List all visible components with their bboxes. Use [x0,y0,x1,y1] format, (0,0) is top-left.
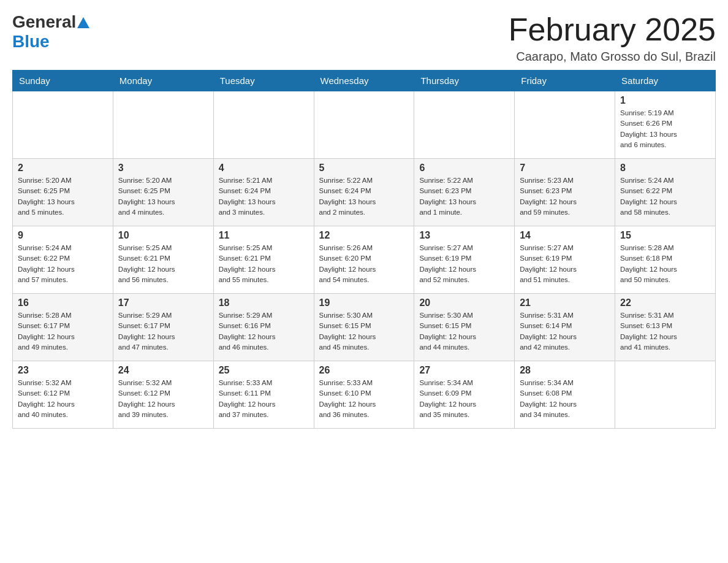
day-info: Sunrise: 5:21 AM Sunset: 6:24 PM Dayligh… [219,175,309,218]
calendar-day-cell [515,91,615,159]
day-number: 13 [419,230,509,241]
day-number: 16 [18,297,108,308]
calendar-day-cell [615,361,716,429]
day-info: Sunrise: 5:29 AM Sunset: 6:17 PM Dayligh… [118,310,208,353]
calendar-day-cell: 26Sunrise: 5:33 AM Sunset: 6:10 PM Dayli… [314,361,414,429]
day-number: 14 [520,230,610,241]
day-number: 21 [520,297,610,308]
day-number: 7 [520,163,610,174]
day-number: 10 [118,230,208,241]
day-info: Sunrise: 5:33 AM Sunset: 6:11 PM Dayligh… [219,378,309,420]
day-number: 22 [620,297,710,308]
calendar-day-cell: 27Sunrise: 5:34 AM Sunset: 6:09 PM Dayli… [414,361,515,429]
day-info: Sunrise: 5:26 AM Sunset: 6:20 PM Dayligh… [319,243,409,285]
day-number: 19 [319,297,409,308]
calendar-day-cell: 3Sunrise: 5:20 AM Sunset: 6:25 PM Daylig… [113,159,213,226]
day-number: 15 [620,230,710,241]
calendar-day-cell: 22Sunrise: 5:31 AM Sunset: 6:13 PM Dayli… [615,294,716,361]
calendar-day-cell [213,91,314,159]
calendar-header-wednesday: Wednesday [314,71,414,91]
day-number: 4 [219,163,309,174]
day-number: 17 [118,297,208,308]
calendar-day-cell: 2Sunrise: 5:20 AM Sunset: 6:25 PM Daylig… [13,159,113,226]
day-number: 27 [419,365,509,376]
day-number: 18 [219,297,309,308]
calendar-header-friday: Friday [515,71,615,91]
calendar-table: SundayMondayTuesdayWednesdayThursdayFrid… [12,70,716,429]
day-info: Sunrise: 5:30 AM Sunset: 6:15 PM Dayligh… [419,310,509,353]
calendar-day-cell: 8Sunrise: 5:24 AM Sunset: 6:22 PM Daylig… [615,159,716,226]
calendar-day-cell: 23Sunrise: 5:32 AM Sunset: 6:12 PM Dayli… [13,361,113,429]
day-info: Sunrise: 5:31 AM Sunset: 6:13 PM Dayligh… [620,310,710,353]
day-info: Sunrise: 5:25 AM Sunset: 6:21 PM Dayligh… [118,243,208,285]
day-number: 26 [319,365,409,376]
day-info: Sunrise: 5:34 AM Sunset: 6:08 PM Dayligh… [520,378,610,420]
day-info: Sunrise: 5:24 AM Sunset: 6:22 PM Dayligh… [18,243,108,285]
day-number: 12 [319,230,409,241]
calendar-day-cell: 15Sunrise: 5:28 AM Sunset: 6:18 PM Dayli… [615,226,716,294]
location-subtitle: Caarapo, Mato Grosso do Sul, Brazil [509,50,716,64]
calendar-week-row: 16Sunrise: 5:28 AM Sunset: 6:17 PM Dayli… [13,294,716,361]
day-info: Sunrise: 5:32 AM Sunset: 6:12 PM Dayligh… [18,378,108,420]
calendar-day-cell: 19Sunrise: 5:30 AM Sunset: 6:15 PM Dayli… [314,294,414,361]
day-info: Sunrise: 5:33 AM Sunset: 6:10 PM Dayligh… [319,378,409,420]
calendar-header-monday: Monday [113,71,213,91]
day-number: 1 [620,95,710,106]
month-title: February 2025 [509,12,716,47]
day-info: Sunrise: 5:22 AM Sunset: 6:24 PM Dayligh… [319,175,409,218]
day-number: 3 [118,163,208,174]
calendar-day-cell [314,91,414,159]
day-info: Sunrise: 5:28 AM Sunset: 6:18 PM Dayligh… [620,243,710,285]
calendar-day-cell: 28Sunrise: 5:34 AM Sunset: 6:08 PM Dayli… [515,361,615,429]
calendar-day-cell: 16Sunrise: 5:28 AM Sunset: 6:17 PM Dayli… [13,294,113,361]
day-info: Sunrise: 5:29 AM Sunset: 6:16 PM Dayligh… [219,310,309,353]
calendar-day-cell: 11Sunrise: 5:25 AM Sunset: 6:21 PM Dayli… [213,226,314,294]
calendar-header-sunday: Sunday [13,71,113,91]
calendar-day-cell: 25Sunrise: 5:33 AM Sunset: 6:11 PM Dayli… [213,361,314,429]
day-info: Sunrise: 5:32 AM Sunset: 6:12 PM Dayligh… [118,378,208,420]
day-number: 5 [319,163,409,174]
logo-general-text: General [12,12,76,32]
day-info: Sunrise: 5:25 AM Sunset: 6:21 PM Dayligh… [219,243,309,285]
day-info: Sunrise: 5:27 AM Sunset: 6:19 PM Dayligh… [419,243,509,285]
day-info: Sunrise: 5:19 AM Sunset: 6:26 PM Dayligh… [620,108,710,150]
calendar-day-cell: 9Sunrise: 5:24 AM Sunset: 6:22 PM Daylig… [13,226,113,294]
calendar-week-row: 9Sunrise: 5:24 AM Sunset: 6:22 PM Daylig… [13,226,716,294]
calendar-day-cell [13,91,113,159]
day-number: 8 [620,163,710,174]
calendar-week-row: 23Sunrise: 5:32 AM Sunset: 6:12 PM Dayli… [13,361,716,429]
calendar-day-cell: 5Sunrise: 5:22 AM Sunset: 6:24 PM Daylig… [314,159,414,226]
calendar-week-row: 2Sunrise: 5:20 AM Sunset: 6:25 PM Daylig… [13,159,716,226]
calendar-day-cell: 14Sunrise: 5:27 AM Sunset: 6:19 PM Dayli… [515,226,615,294]
calendar-day-cell [113,91,213,159]
calendar-header-row: SundayMondayTuesdayWednesdayThursdayFrid… [13,71,716,91]
day-number: 6 [419,163,509,174]
calendar-header-thursday: Thursday [414,71,515,91]
day-info: Sunrise: 5:31 AM Sunset: 6:14 PM Dayligh… [520,310,610,353]
logo-triangle-icon [77,17,89,28]
day-number: 24 [118,365,208,376]
logo-text: General [12,12,89,32]
title-area: February 2025 Caarapo, Mato Grosso do Su… [509,12,716,64]
day-info: Sunrise: 5:27 AM Sunset: 6:19 PM Dayligh… [520,243,610,285]
calendar-week-row: 1Sunrise: 5:19 AM Sunset: 6:26 PM Daylig… [13,91,716,159]
calendar-day-cell: 10Sunrise: 5:25 AM Sunset: 6:21 PM Dayli… [113,226,213,294]
page-header: General Blue February 2025 Caarapo, Mato… [12,12,716,64]
day-number: 23 [18,365,108,376]
day-info: Sunrise: 5:24 AM Sunset: 6:22 PM Dayligh… [620,175,710,218]
calendar-day-cell: 12Sunrise: 5:26 AM Sunset: 6:20 PM Dayli… [314,226,414,294]
calendar-day-cell: 18Sunrise: 5:29 AM Sunset: 6:16 PM Dayli… [213,294,314,361]
logo-blue-text: Blue [12,32,89,52]
calendar-day-cell: 24Sunrise: 5:32 AM Sunset: 6:12 PM Dayli… [113,361,213,429]
calendar-header-saturday: Saturday [615,71,716,91]
logo: General Blue [12,12,89,52]
calendar-header-tuesday: Tuesday [213,71,314,91]
day-number: 20 [419,297,509,308]
day-number: 28 [520,365,610,376]
day-number: 11 [219,230,309,241]
day-info: Sunrise: 5:20 AM Sunset: 6:25 PM Dayligh… [118,175,208,218]
calendar-day-cell: 21Sunrise: 5:31 AM Sunset: 6:14 PM Dayli… [515,294,615,361]
calendar-day-cell: 6Sunrise: 5:22 AM Sunset: 6:23 PM Daylig… [414,159,515,226]
calendar-day-cell: 20Sunrise: 5:30 AM Sunset: 6:15 PM Dayli… [414,294,515,361]
day-info: Sunrise: 5:22 AM Sunset: 6:23 PM Dayligh… [419,175,509,218]
